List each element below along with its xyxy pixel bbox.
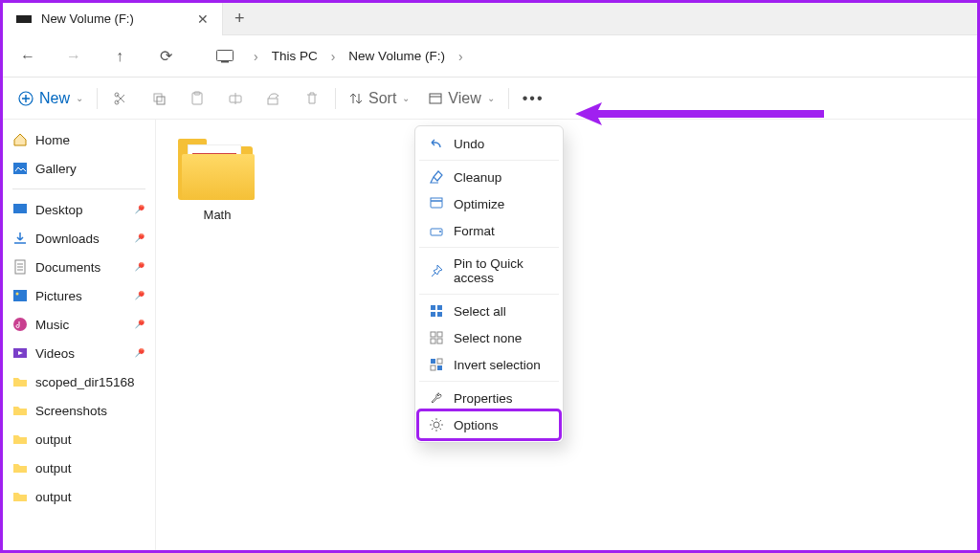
menu-properties[interactable]: Properties	[419, 385, 559, 411]
svg-rect-1	[221, 61, 229, 63]
select-none-icon	[429, 330, 444, 345]
rename-button[interactable]	[216, 82, 255, 115]
menu-label: Optimize	[454, 197, 504, 211]
sidebar-label: Gallery	[35, 162, 77, 176]
svg-rect-5	[154, 94, 162, 101]
paste-button[interactable]	[178, 82, 216, 115]
separator	[335, 88, 336, 109]
sidebar-item-screenshots[interactable]: Screenshots	[3, 396, 155, 425]
command-bar: New ⌄ Sort ⌄ View ⌄ •••	[3, 77, 977, 120]
menu-pin[interactable]: Pin to Quick access	[419, 251, 559, 291]
sidebar-label: Music	[35, 318, 69, 332]
svg-rect-32	[437, 359, 442, 364]
sidebar-label: output	[35, 461, 72, 476]
sidebar-item-videos[interactable]: Videos 📍	[3, 339, 155, 367]
menu-label: Options	[454, 418, 499, 432]
broom-icon	[429, 169, 444, 185]
svg-point-16	[16, 293, 19, 296]
menu-select-all[interactable]: Select all	[419, 298, 559, 324]
refresh-button[interactable]: ⟳	[146, 39, 185, 74]
sort-button[interactable]: Sort ⌄	[340, 82, 419, 115]
menu-label: Undo	[454, 137, 484, 151]
new-tab-button[interactable]: +	[223, 9, 256, 29]
sidebar-item-documents[interactable]: Documents 📍	[3, 253, 155, 281]
trash-icon	[304, 91, 320, 106]
svg-point-35	[434, 422, 439, 428]
document-icon	[12, 259, 28, 275]
menu-options[interactable]: Options	[419, 411, 559, 438]
svg-rect-15	[13, 290, 27, 301]
svg-rect-28	[437, 332, 442, 337]
chevron-down-icon: ⌄	[402, 93, 410, 103]
cut-button[interactable]	[101, 82, 140, 115]
menu-select-none[interactable]: Select none	[419, 324, 559, 351]
svg-rect-19	[431, 201, 442, 208]
svg-rect-13	[13, 204, 27, 213]
videos-icon	[12, 345, 28, 361]
separator	[12, 188, 145, 189]
content-area[interactable]: Math	[156, 120, 977, 550]
delete-button[interactable]	[293, 82, 331, 115]
titlebar: New Volume (F:) ✕ +	[3, 3, 977, 35]
menu-optimize[interactable]: Optimize	[419, 190, 559, 217]
menu-invert[interactable]: Invert selection	[419, 351, 559, 378]
sort-label: Sort	[368, 90, 396, 107]
menu-label: Invert selection	[454, 358, 541, 372]
drive-icon	[429, 196, 444, 211]
menu-format[interactable]: Format	[419, 217, 559, 244]
folder-icon	[12, 374, 28, 389]
sidebar-item-music[interactable]: Music 📍	[3, 310, 155, 339]
sidebar-item-output[interactable]: output	[3, 482, 155, 511]
pin-icon: 📍	[129, 229, 147, 247]
separator	[419, 294, 559, 295]
sort-icon	[349, 92, 363, 105]
sidebar-label: Desktop	[35, 203, 83, 217]
copy-icon	[151, 91, 167, 106]
sidebar-label: Downloads	[35, 232, 100, 246]
back-button[interactable]: ←	[9, 39, 47, 74]
svg-rect-34	[437, 365, 442, 370]
chevron-right-icon: ›	[458, 49, 463, 64]
view-label: View	[448, 90, 480, 107]
tab-title: New Volume (F:)	[41, 11, 188, 26]
forward-button[interactable]: →	[55, 39, 93, 74]
new-button[interactable]: New ⌄	[9, 82, 93, 115]
svg-rect-25	[431, 312, 435, 317]
folder-icon	[12, 460, 28, 476]
sidebar-item-pictures[interactable]: Pictures 📍	[3, 281, 155, 310]
sidebar-gallery[interactable]: Gallery	[3, 154, 155, 183]
clipboard-icon	[189, 91, 205, 106]
close-tab-icon[interactable]: ✕	[197, 11, 209, 27]
svg-rect-29	[431, 339, 435, 343]
pin-icon: 📍	[129, 343, 147, 362]
sidebar-item-output[interactable]: output	[3, 453, 155, 482]
separator	[419, 160, 559, 161]
pin-icon: 📍	[129, 257, 147, 276]
more-button[interactable]: •••	[513, 82, 554, 115]
folder-icon	[12, 403, 28, 418]
copy-button[interactable]	[140, 82, 178, 115]
menu-cleanup[interactable]: Cleanup	[419, 164, 559, 190]
sidebar-item-downloads[interactable]: Downloads 📍	[3, 224, 155, 253]
crumb-this-pc[interactable]: This PC	[268, 49, 322, 63]
view-button[interactable]: View ⌄	[419, 82, 503, 115]
svg-rect-27	[431, 332, 435, 337]
sidebar-home[interactable]: Home	[3, 125, 155, 154]
invert-icon	[429, 357, 444, 372]
folder-label: Math	[169, 208, 265, 222]
menu-undo[interactable]: Undo	[419, 130, 559, 157]
folder-item-math[interactable]: Math	[169, 133, 265, 222]
sidebar: Home Gallery Desktop 📍 Downloads 📍 Docum…	[3, 120, 156, 550]
separator	[419, 381, 559, 382]
sidebar-item-output[interactable]: output	[3, 425, 155, 453]
window-tab[interactable]: New Volume (F:) ✕	[3, 3, 223, 35]
share-button[interactable]	[255, 82, 293, 115]
up-button[interactable]: ↑	[100, 39, 139, 74]
separator	[419, 247, 559, 248]
crumb-drive[interactable]: New Volume (F:)	[345, 49, 449, 63]
monitor-icon[interactable]	[206, 39, 244, 74]
sidebar-item-desktop[interactable]: Desktop 📍	[3, 195, 155, 224]
separator	[508, 88, 509, 109]
sidebar-item-scoped[interactable]: scoped_dir15168	[3, 367, 155, 396]
svg-rect-24	[437, 305, 442, 310]
